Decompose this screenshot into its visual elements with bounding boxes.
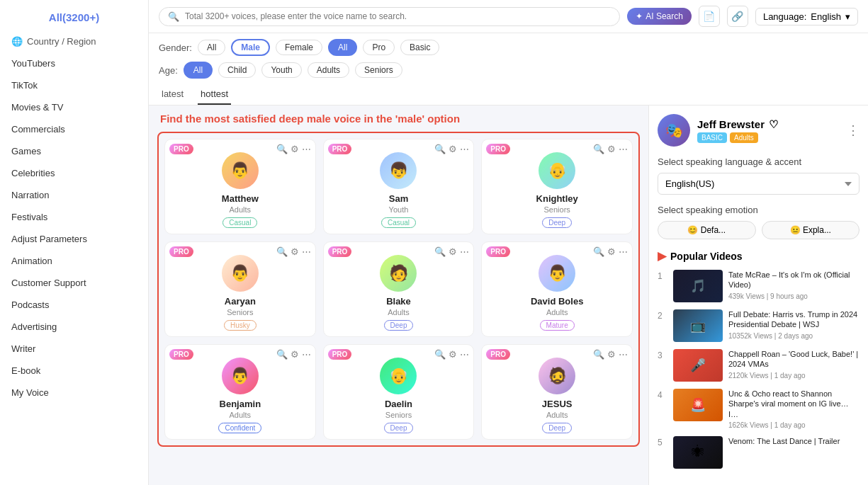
voice-age: Youth [329, 205, 468, 214]
video-info: Full Debate: Harris vs. Trump in 2024 Pr… [728, 309, 859, 340]
heart-icon[interactable]: ♡ [769, 118, 778, 131]
more-icon[interactable]: ⋯ [619, 144, 628, 154]
voice-tag[interactable]: Mature [540, 320, 575, 331]
preview-icon[interactable]: 🔍 [276, 144, 288, 154]
gender-all-btn[interactable]: All [198, 40, 225, 55]
video-item[interactable]: 3 🎤 Chappell Roan – 'Good Luck, Babe!' |… [658, 349, 859, 382]
video-item[interactable]: 1 🎵 Tate McRae – It's ok I'm ok (Officia… [658, 270, 859, 302]
card-actions: 🔍 ⚙ ⋯ [276, 246, 311, 257]
search-input[interactable] [185, 11, 611, 21]
more-icon[interactable]: ⋯ [302, 349, 311, 360]
link-icon-btn[interactable]: 🔗 [727, 6, 748, 27]
emotion-explain-btn[interactable]: 😐 Expla... [762, 221, 860, 239]
preview-icon[interactable]: 🔍 [593, 144, 604, 154]
age-filter-row: Age: All Child Youth Adults Seniors [159, 62, 858, 84]
voice-tag[interactable]: Confident [218, 423, 261, 433]
sidebar-item-label: Celebrities [11, 168, 55, 178]
sidebar-item-country-region[interactable]: 🌐 Country / Region [0, 30, 148, 52]
age-youth-btn[interactable]: Youth [261, 62, 301, 78]
voice-tag[interactable]: Deep [384, 320, 414, 331]
settings-icon[interactable]: ⚙ [607, 349, 616, 360]
preview-icon[interactable]: 🔍 [276, 349, 288, 360]
voice-tag[interactable]: Deep [384, 423, 414, 433]
voice-tag[interactable]: Husky [224, 320, 257, 331]
more-menu-btn[interactable]: ⋮ [847, 122, 859, 138]
sidebar-item-movies-tv[interactable]: Movies & TV [0, 96, 148, 118]
tier-basic-btn[interactable]: Basic [400, 40, 439, 55]
sidebar-item-adjust-parameters[interactable]: Adjust Parameters [0, 228, 148, 250]
sidebar-item-e-book[interactable]: E-book [0, 360, 148, 382]
age-adults-btn[interactable]: Adults [308, 62, 349, 78]
emotion-default-btn[interactable]: 😊 Defa... [658, 221, 756, 239]
sidebar-item-podcasts[interactable]: Podcasts [0, 294, 148, 316]
sidebar-item-games[interactable]: Games [0, 140, 148, 162]
more-icon[interactable]: ⋯ [460, 144, 469, 154]
voice-tag[interactable]: Deep [542, 423, 572, 433]
avatar: 👨 [222, 152, 259, 189]
preview-icon[interactable]: 🔍 [434, 246, 446, 257]
settings-icon[interactable]: ⚙ [291, 349, 299, 360]
sidebar-item-writer[interactable]: Writer [0, 338, 148, 360]
settings-icon[interactable]: ⚙ [291, 246, 299, 257]
voice-tag[interactable]: Casual [222, 217, 257, 228]
tab-hottest[interactable]: hottest [198, 84, 231, 105]
more-icon[interactable]: ⋯ [619, 349, 628, 360]
age-child-btn[interactable]: Child [218, 62, 256, 78]
user-name: Jeff Brewster ♡ [697, 118, 778, 131]
more-icon[interactable]: ⋯ [619, 246, 628, 257]
settings-icon[interactable]: ⚙ [607, 246, 616, 257]
language-section-title: Select speaking language & accent [658, 156, 859, 167]
video-item[interactable]: 5 🕷 Venom: The Last Dance | Trailer [658, 436, 859, 469]
sidebar-item-celebrities[interactable]: Celebrities [0, 162, 148, 184]
more-icon[interactable]: ⋯ [460, 246, 469, 257]
settings-icon[interactable]: ⚙ [449, 144, 457, 154]
tier-pro-btn[interactable]: Pro [363, 40, 395, 55]
document-icon-btn[interactable]: 📄 [699, 6, 720, 27]
gender-female-btn[interactable]: Female [276, 40, 322, 55]
ai-search-button[interactable]: ✦ AI Search [627, 8, 692, 25]
voice-card-benjamin: PRO 🔍 ⚙ ⋯ 👨 Benjamin Adults Confident [164, 344, 316, 440]
age-all-btn[interactable]: All [184, 62, 213, 79]
voice-tag[interactable]: Deep [542, 217, 572, 228]
language-dropdown[interactable]: English(US) [658, 173, 859, 195]
age-seniors-btn[interactable]: Seniors [355, 62, 402, 78]
sidebar-item-label: Narration [11, 190, 49, 200]
chevron-down-icon: ▾ [845, 11, 850, 22]
voice-tag[interactable]: Casual [381, 217, 416, 228]
preview-icon[interactable]: 🔍 [434, 349, 446, 360]
gender-male-btn[interactable]: Male [231, 39, 270, 56]
banner-text: Find the most satisfied deep male voice … [157, 113, 640, 125]
more-icon[interactable]: ⋯ [460, 349, 469, 360]
video-num: 1 [658, 270, 667, 281]
settings-icon[interactable]: ⚙ [291, 144, 299, 154]
sidebar-item-customer-support[interactable]: Customer Support [0, 272, 148, 294]
preview-icon[interactable]: 🔍 [593, 349, 604, 360]
sidebar-title[interactable]: All(3200+) [0, 7, 148, 30]
gender-filter-row: Gender: All Male Female All Pro Basic [159, 39, 858, 62]
more-icon[interactable]: ⋯ [302, 144, 311, 154]
sidebar-item-narration[interactable]: Narration [0, 184, 148, 206]
sidebar-item-tiktok[interactable]: TikTok [0, 74, 148, 96]
preview-icon[interactable]: 🔍 [434, 144, 446, 154]
sidebar-item-commercials[interactable]: Commercials [0, 118, 148, 140]
pro-badge: PRO [169, 349, 193, 360]
video-thumbnail: 🕷 [673, 436, 723, 469]
preview-icon[interactable]: 🔍 [276, 246, 288, 257]
settings-icon[interactable]: ⚙ [449, 349, 457, 360]
sidebar-item-my-voice[interactable]: My Voice [0, 382, 148, 404]
more-icon[interactable]: ⋯ [302, 246, 311, 257]
tab-latest[interactable]: latest [159, 84, 186, 105]
language-selector[interactable]: Language: English ▾ [755, 8, 858, 25]
sidebar-item-advertising[interactable]: Advertising [0, 316, 148, 338]
sidebar-item-animation[interactable]: Animation [0, 250, 148, 272]
sidebar-item-youtubers[interactable]: YouTubers [0, 52, 148, 74]
settings-icon[interactable]: ⚙ [449, 246, 457, 257]
sidebar-item-festivals[interactable]: Festivals [0, 206, 148, 228]
preview-icon[interactable]: 🔍 [593, 246, 604, 257]
video-item[interactable]: 4 🚨 Unc & Ocho react to Shannon Sharpe's… [658, 389, 859, 429]
settings-icon[interactable]: ⚙ [607, 144, 616, 154]
video-num: 3 [658, 349, 667, 360]
tier-all-btn[interactable]: All [328, 39, 357, 56]
video-item[interactable]: 2 📺 Full Debate: Harris vs. Trump in 202… [658, 309, 859, 342]
search-box[interactable]: 🔍 [159, 7, 620, 26]
